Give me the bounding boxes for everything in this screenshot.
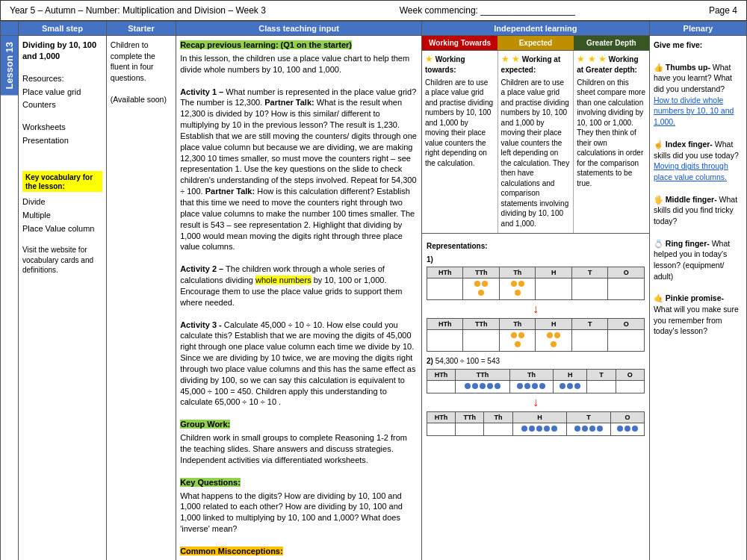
starter-text: Children to complete the fluent in four … <box>111 40 172 105</box>
header-page: Page 4 <box>709 5 737 16</box>
header-title: Year 5 – Autumn – Number: Multiplication… <box>10 5 266 16</box>
header-bar: Year 5 – Autumn – Number: Multiplication… <box>0 0 747 21</box>
ex-content: ★ ★ Working at expected: Children are to… <box>498 51 574 233</box>
representations: Representations: 1) HThTThThHTO <box>422 238 649 441</box>
recap-body: In this lesson, the children use a place… <box>180 53 418 75</box>
col-plenary: Plenary <box>649 22 746 36</box>
starter-cell: Children to complete the fluent in four … <box>106 36 176 561</box>
ex-header: Expected <box>498 36 573 50</box>
key-questions-body: What happens to the digits? How are divi… <box>180 491 418 535</box>
col-starter: Starter <box>106 22 176 36</box>
indep-cell: Working Towards Expected Greater Depth ★… <box>421 36 649 561</box>
col-indep: Independent learning <box>421 22 649 36</box>
misconceptions-label: Common Misconceptions: <box>180 547 283 556</box>
small-step-cell: Dividing by 10, 100 and 1,000 Resources:… <box>19 36 107 561</box>
key-questions-label: Key Questions: <box>180 478 241 487</box>
resource-3: Worksheets <box>22 122 102 133</box>
pv-table-2a: HThTThThHTO <box>427 369 645 393</box>
resource-4: Presentation <box>22 135 102 146</box>
recap-label: Recap previous learning: (Q1 on the star… <box>180 40 352 49</box>
pv-table-1a: HThTThThHTO <box>427 267 645 300</box>
col-small-step: Small step <box>19 22 107 36</box>
activity3: Activity 3 - Calculate 45,000 ÷ 10 ÷ 10.… <box>180 320 418 408</box>
visit-text: Visit the website for vocabulary cards a… <box>22 245 102 276</box>
vocab-1: Divide <box>22 196 102 208</box>
teaching-cell: Recap previous learning: (Q1 on the star… <box>176 36 422 561</box>
activity1: Activity 1 – What number is represented … <box>180 87 418 253</box>
gd-header: Greater Depth <box>574 36 649 50</box>
col-teaching: Class teaching input <box>176 22 422 36</box>
vocab-label: Key vocabulary for the lesson: <box>25 173 93 190</box>
resource-2: Counters <box>22 99 102 111</box>
pv-table-2b: HThTThThHTO <box>427 411 645 436</box>
header-week: Week commencing: ___________________ <box>400 5 575 16</box>
resources-label: Resources: <box>22 73 102 84</box>
wt-content: ★ Working towards: Children are to use a… <box>422 51 498 233</box>
vocab-2: Multiple <box>22 210 102 221</box>
plenary-cell: Give me five: 👍 Thumbs up- What have you… <box>649 36 746 561</box>
small-step-title: Dividing by 10, 100 and 1,000 <box>22 40 96 60</box>
lesson-label: Lesson 13 <box>1 36 18 96</box>
gd-content: ★ ★ ★ Working at Greater depth: Children… <box>574 51 649 233</box>
group-work-body: Children work in small groups to complet… <box>180 432 418 466</box>
activity2: Activity 2 – The children work through a… <box>180 264 418 308</box>
resource-1: Place value grid <box>22 87 102 98</box>
vocab-3: Place Value column <box>22 223 102 234</box>
group-work-label: Group Work: <box>180 420 230 429</box>
wt-header: Working Towards <box>422 36 498 50</box>
pv-table-1b: HThTThThHTO <box>427 318 645 352</box>
